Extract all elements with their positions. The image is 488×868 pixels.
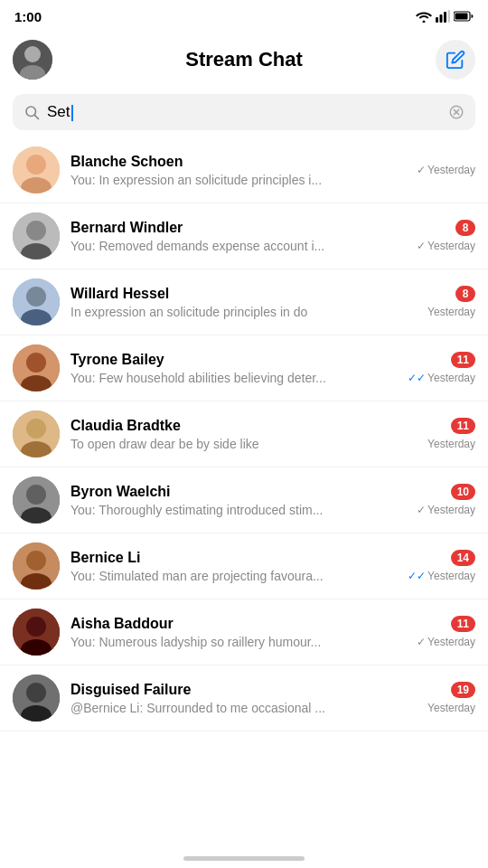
- chat-name: Tyrone Bailey: [70, 352, 400, 368]
- chat-item[interactable]: Byron WaelchiYou: Thoroughly estimating …: [0, 467, 488, 533]
- chat-time: Yesterday: [427, 504, 475, 516]
- chat-meta: 19Yesterday: [427, 682, 475, 714]
- app-title: Stream Chat: [185, 48, 303, 71]
- search-input[interactable]: Set: [47, 103, 441, 121]
- unread-badge: 19: [451, 682, 475, 698]
- search-clear-button[interactable]: [448, 104, 465, 120]
- chat-meta: 11✓✓ Yesterday: [408, 352, 475, 384]
- header: Stream Chat: [0, 29, 488, 94]
- chat-meta: 14✓✓ Yesterday: [408, 550, 475, 582]
- chat-name: Blanche Schoen: [70, 154, 409, 170]
- text-cursor: [71, 105, 73, 121]
- svg-point-39: [26, 683, 46, 703]
- chat-preview: You: Removed demands expense account i..…: [70, 239, 333, 253]
- chat-time: Yesterday: [427, 372, 475, 384]
- chat-avatar: [13, 410, 60, 458]
- check-icon: ✓: [417, 164, 426, 176]
- home-indicator: [183, 856, 305, 861]
- chat-meta: 11✓ Yesterday: [417, 616, 475, 648]
- chat-content: Disguised Failure@Bernice Li: Surrounded…: [70, 682, 420, 715]
- chat-item[interactable]: Aisha BaddourYou: Numerous ladyship so r…: [0, 599, 488, 665]
- double-check-icon: ✓✓: [408, 570, 426, 582]
- time-row: ✓ Yesterday: [417, 164, 475, 176]
- chat-name: Bernice Li: [70, 550, 400, 566]
- chat-content: Claudia BradtkeTo open draw dear be by s…: [70, 418, 420, 451]
- svg-point-30: [26, 485, 46, 505]
- chat-meta: 8✓ Yesterday: [417, 220, 475, 252]
- unread-badge: 8: [455, 220, 475, 236]
- chat-name: Aisha Baddour: [70, 616, 409, 632]
- unread-badge: 10: [451, 484, 475, 500]
- chat-time: Yesterday: [427, 240, 475, 252]
- chat-avatar: [13, 344, 60, 392]
- chat-avatar: [13, 542, 60, 590]
- chat-list: Blanche SchoenYou: In expression an soli…: [0, 137, 488, 731]
- chat-time: Yesterday: [427, 570, 475, 582]
- check-icon: ✓: [417, 504, 426, 516]
- chat-content: Byron WaelchiYou: Thoroughly estimating …: [70, 484, 409, 517]
- status-icons: [416, 10, 474, 23]
- chat-time: Yesterday: [427, 306, 475, 318]
- chat-meta: 10✓ Yesterday: [417, 484, 475, 516]
- chat-item[interactable]: Bernice LiYou: Stimulated man are projec…: [0, 533, 488, 599]
- self-avatar[interactable]: [13, 40, 52, 80]
- svg-point-24: [26, 353, 46, 373]
- chat-item[interactable]: Claudia BradtkeTo open draw dear be by s…: [0, 401, 488, 467]
- svg-rect-3: [448, 10, 451, 23]
- chat-time: Yesterday: [427, 636, 475, 648]
- chat-preview: You: Stimulated man are projecting favou…: [70, 569, 333, 583]
- svg-point-18: [26, 221, 46, 241]
- chat-meta: ✓ Yesterday: [417, 164, 475, 176]
- svg-point-21: [26, 287, 46, 307]
- chat-avatar: [13, 609, 60, 656]
- chat-preview: @Bernice Li: Surrounded to me occasional…: [70, 701, 333, 715]
- status-bar: 1:00: [0, 0, 488, 29]
- chat-preview: You: Few household abilities believing d…: [70, 371, 333, 385]
- chat-avatar: [13, 212, 60, 259]
- chat-item[interactable]: Disguised Failure@Bernice Li: Surrounded…: [0, 665, 488, 731]
- chat-preview: You: Numerous ladyship so raillery humou…: [70, 635, 333, 649]
- status-time: 1:00: [14, 9, 42, 24]
- time-row: Yesterday: [427, 702, 475, 714]
- time-row: ✓ Yesterday: [417, 240, 475, 252]
- chat-item[interactable]: Blanche SchoenYou: In expression an soli…: [0, 137, 488, 203]
- chat-time: Yesterday: [427, 702, 475, 714]
- time-row: ✓ Yesterday: [417, 504, 475, 516]
- unread-badge: 14: [451, 550, 475, 566]
- check-icon: ✓: [417, 636, 426, 648]
- chat-preview: In expression an solicitude principles i…: [70, 305, 333, 319]
- battery-icon: [454, 11, 474, 22]
- unread-badge: 11: [451, 352, 475, 368]
- time-row: ✓✓ Yesterday: [408, 372, 475, 384]
- svg-point-33: [26, 551, 46, 571]
- chat-name: Bernard Windler: [70, 220, 409, 236]
- chat-item[interactable]: Willard HesselIn expression an solicitud…: [0, 269, 488, 335]
- edit-button[interactable]: [436, 40, 475, 80]
- svg-rect-0: [436, 17, 438, 23]
- chat-time: Yesterday: [427, 438, 475, 450]
- time-row: Yesterday: [427, 306, 475, 318]
- pencil-icon: [446, 50, 465, 70]
- svg-point-15: [26, 155, 46, 175]
- chat-name: Willard Hessel: [70, 286, 420, 302]
- chat-meta: 11Yesterday: [427, 418, 475, 450]
- svg-rect-1: [440, 14, 443, 23]
- double-check-icon: ✓✓: [408, 372, 426, 384]
- chat-preview: You: Thoroughly estimating introduced st…: [70, 503, 333, 517]
- chat-item[interactable]: Bernard WindlerYou: Removed demands expe…: [0, 203, 488, 269]
- search-bar[interactable]: Set: [13, 94, 475, 130]
- chat-content: Aisha BaddourYou: Numerous ladyship so r…: [70, 616, 409, 649]
- chat-name: Claudia Bradtke: [70, 418, 420, 434]
- chat-content: Bernard WindlerYou: Removed demands expe…: [70, 220, 409, 253]
- chat-item[interactable]: Tyrone BaileyYou: Few household abilitie…: [0, 335, 488, 401]
- chat-content: Bernice LiYou: Stimulated man are projec…: [70, 550, 400, 583]
- svg-point-36: [26, 617, 46, 637]
- chat-preview: You: In expression an solicitude princip…: [70, 173, 333, 187]
- chat-avatar: [13, 146, 60, 193]
- chat-avatar: [13, 675, 60, 722]
- chat-avatar: [13, 476, 60, 524]
- time-row: ✓ Yesterday: [417, 636, 475, 648]
- unread-badge: 11: [451, 616, 475, 632]
- search-icon: [23, 104, 40, 120]
- unread-badge: 11: [451, 418, 475, 434]
